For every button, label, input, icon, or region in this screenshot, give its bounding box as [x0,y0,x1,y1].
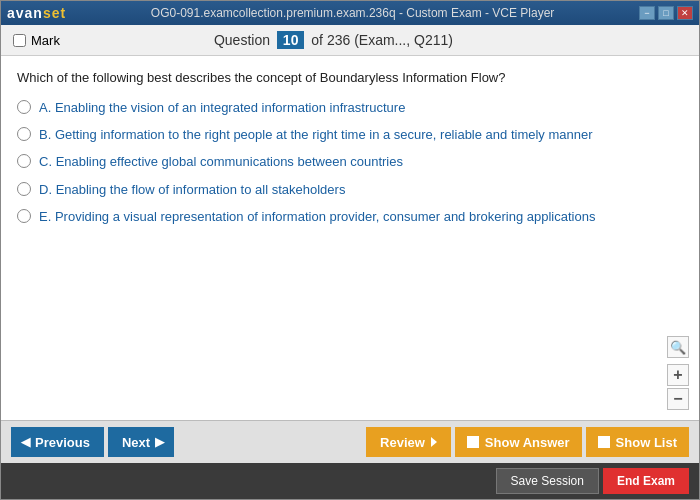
bottom-action-bar: Save Session End Exam [1,463,699,499]
previous-button[interactable]: ◀ Previous [11,427,104,457]
answer-option-b[interactable]: B. Getting information to the right peop… [17,126,683,144]
answer-text-d: D. Enabling the flow of information to a… [39,181,345,199]
answer-text-c: C. Enabling effective global communicati… [39,153,403,171]
zoom-out-button[interactable]: − [667,388,689,410]
zoom-in-button[interactable]: + [667,364,689,386]
next-button[interactable]: Next ▶ [108,427,174,457]
show-list-icon [598,436,610,448]
review-button[interactable]: Review [366,427,451,457]
maximize-button[interactable]: □ [658,6,674,20]
answer-option-a[interactable]: A. Enabling the vision of an integrated … [17,99,683,117]
minimize-button[interactable]: − [639,6,655,20]
prev-arrow-icon: ◀ [21,435,30,449]
answer-option-c[interactable]: C. Enabling effective global communicati… [17,153,683,171]
radio-a[interactable] [17,100,31,114]
question-header: Mark Question 10 of 236 (Exam..., Q211) [1,25,699,56]
title-bar-title: OG0-091.examcollection.premium.exam.236q… [66,6,639,20]
main-content: Mark Question 10 of 236 (Exam..., Q211) … [1,25,699,499]
answer-option-d[interactable]: D. Enabling the flow of information to a… [17,181,683,199]
question-label: Question [214,32,270,48]
radio-c[interactable] [17,154,31,168]
answer-text-e: E. Providing a visual representation of … [39,208,595,226]
close-button[interactable]: ✕ [677,6,693,20]
title-bar: avanset OG0-091.examcollection.premium.e… [1,1,699,25]
avanset-logo: avanset [7,5,66,21]
title-bar-left: avanset [7,5,66,21]
question-body: Which of the following best describes th… [1,56,699,420]
answer-option-e[interactable]: E. Providing a visual representation of … [17,208,683,226]
end-exam-button[interactable]: End Exam [603,468,689,494]
radio-e[interactable] [17,209,31,223]
radio-d[interactable] [17,182,31,196]
zoom-search-button[interactable]: 🔍 [667,336,689,358]
mark-container[interactable]: Mark [13,33,60,48]
answer-text-a: A. Enabling the vision of an integrated … [39,99,405,117]
application-window: avanset OG0-091.examcollection.premium.e… [0,0,700,500]
zoom-controls: 🔍 + − [667,336,689,410]
next-arrow-icon: ▶ [155,435,164,449]
save-session-button[interactable]: Save Session [496,468,599,494]
question-total: of 236 (Exam..., Q211) [311,32,453,48]
window-controls: − □ ✕ [639,6,693,20]
question-text: Which of the following best describes th… [17,70,683,85]
question-info: Question 10 of 236 (Exam..., Q211) [214,31,453,49]
radio-b[interactable] [17,127,31,141]
question-number: 10 [277,31,305,49]
answer-text-b: B. Getting information to the right peop… [39,126,593,144]
show-answer-icon [467,436,479,448]
mark-checkbox[interactable] [13,34,26,47]
review-arrow-icon [431,437,437,447]
show-list-button[interactable]: Show List [586,427,689,457]
show-answer-button[interactable]: Show Answer [455,427,582,457]
bottom-nav: ◀ Previous Next ▶ Review Show Answer Sho… [1,420,699,463]
mark-label: Mark [31,33,60,48]
